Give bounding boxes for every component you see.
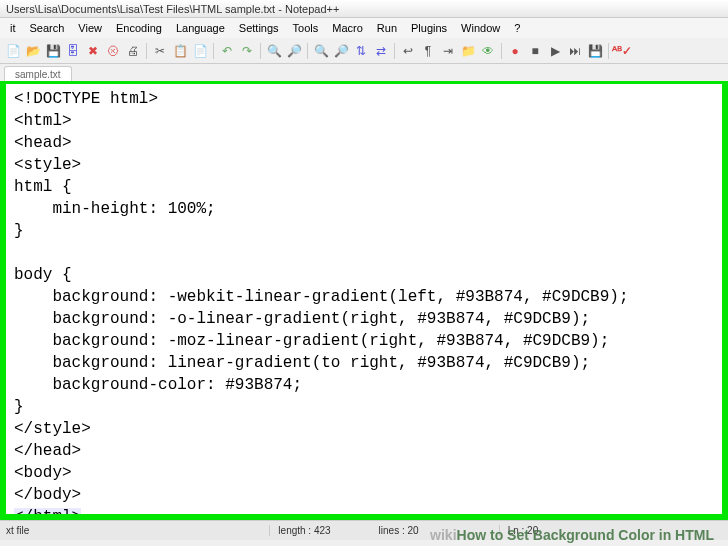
- window-title: Users\Lisa\Documents\Lisa\Test Files\HTM…: [6, 3, 339, 15]
- separator-icon: [260, 43, 261, 59]
- print-icon[interactable]: 🖨: [124, 42, 142, 60]
- find-icon[interactable]: 🔍: [265, 42, 283, 60]
- menu-window[interactable]: Window: [455, 20, 506, 36]
- open-icon[interactable]: 📂: [24, 42, 42, 60]
- menu-edit[interactable]: it: [4, 20, 22, 36]
- new-icon[interactable]: 📄: [4, 42, 22, 60]
- tab-file[interactable]: sample.txt: [4, 66, 72, 81]
- title-bar: Users\Lisa\Documents\Lisa\Test Files\HTM…: [0, 0, 728, 18]
- status-length: length : 423: [269, 525, 338, 536]
- separator-icon: [307, 43, 308, 59]
- separator-icon: [394, 43, 395, 59]
- play-icon[interactable]: ▶: [546, 42, 564, 60]
- status-lines: lines : 20: [379, 525, 419, 536]
- close-icon[interactable]: ✖: [84, 42, 102, 60]
- save-icon[interactable]: 💾: [44, 42, 62, 60]
- sync-v-icon[interactable]: ⇅: [352, 42, 370, 60]
- playmulti-icon[interactable]: ⏭: [566, 42, 584, 60]
- zoom-out-icon[interactable]: 🔎: [332, 42, 350, 60]
- menu-encoding[interactable]: Encoding: [110, 20, 168, 36]
- menu-macro[interactable]: Macro: [326, 20, 369, 36]
- separator-icon: [146, 43, 147, 59]
- toolbar: 📄 📂 💾 🗄 ✖ ⮾ 🖨 ✂ 📋 📄 ↶ ↷ 🔍 🔎 🔍 🔎 ⇅ ⇄ ↩ ¶ …: [0, 38, 728, 64]
- replace-icon[interactable]: 🔎: [285, 42, 303, 60]
- editor-frame: <!DOCTYPE html> <html> <head> <style> ht…: [0, 84, 728, 520]
- sync-h-icon[interactable]: ⇄: [372, 42, 390, 60]
- folder-icon[interactable]: 📁: [459, 42, 477, 60]
- copy-icon[interactable]: 📋: [171, 42, 189, 60]
- record-icon[interactable]: ●: [506, 42, 524, 60]
- menu-language[interactable]: Language: [170, 20, 231, 36]
- redo-icon[interactable]: ↷: [238, 42, 256, 60]
- menu-settings[interactable]: Settings: [233, 20, 285, 36]
- tab-bar: sample.txt: [0, 64, 728, 84]
- monitor-icon[interactable]: 👁: [479, 42, 497, 60]
- menu-tools[interactable]: Tools: [287, 20, 325, 36]
- zoom-in-icon[interactable]: 🔍: [312, 42, 330, 60]
- separator-icon: [608, 43, 609, 59]
- watermark-text: How to Set Background Color in HTML: [457, 527, 714, 543]
- menu-view[interactable]: View: [72, 20, 108, 36]
- save-all-icon[interactable]: 🗄: [64, 42, 82, 60]
- menu-plugins[interactable]: Plugins: [405, 20, 453, 36]
- close-all-icon[interactable]: ⮾: [104, 42, 122, 60]
- wordwrap-icon[interactable]: ↩: [399, 42, 417, 60]
- stop-icon[interactable]: ■: [526, 42, 544, 60]
- code-editor[interactable]: <!DOCTYPE html> <html> <head> <style> ht…: [6, 84, 722, 520]
- allchars-icon[interactable]: ¶: [419, 42, 437, 60]
- spellcheck-icon[interactable]: ᴬᴮ✓: [613, 42, 631, 60]
- savemacro-icon[interactable]: 💾: [586, 42, 604, 60]
- cut-icon[interactable]: ✂: [151, 42, 169, 60]
- menu-search[interactable]: Search: [24, 20, 71, 36]
- separator-icon: [501, 43, 502, 59]
- status-filetype: xt file: [6, 525, 29, 536]
- menu-help[interactable]: ?: [508, 20, 526, 36]
- watermark: wikiHow to Set Background Color in HTML: [430, 527, 714, 543]
- watermark-prefix: wiki: [430, 527, 456, 543]
- menu-bar: it Search View Encoding Language Setting…: [0, 18, 728, 38]
- paste-icon[interactable]: 📄: [191, 42, 209, 60]
- indent-icon[interactable]: ⇥: [439, 42, 457, 60]
- separator-icon: [213, 43, 214, 59]
- undo-icon[interactable]: ↶: [218, 42, 236, 60]
- menu-run[interactable]: Run: [371, 20, 403, 36]
